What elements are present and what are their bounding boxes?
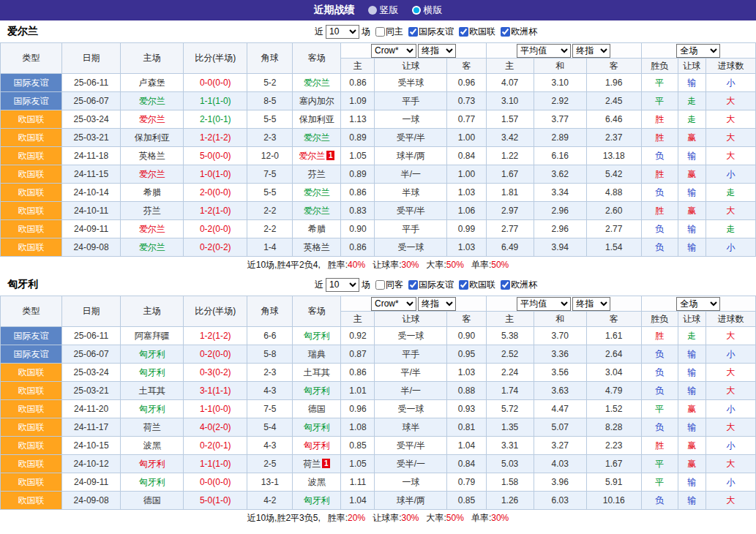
away-team-link[interactable]: 爱尔兰 — [293, 184, 341, 202]
handicap-stage-select[interactable]: 终指 — [418, 44, 456, 58]
home-team-link[interactable]: 爱尔兰 — [121, 92, 184, 110]
handicap-away-odds: 0.96 — [447, 74, 486, 92]
away-team-link[interactable]: 瑞典 — [293, 345, 341, 364]
handicap-away-odds: 0.84 — [447, 147, 486, 165]
europe-home-odds: 1.67 — [486, 165, 534, 184]
league-filter-checkbox-input[interactable] — [459, 280, 468, 290]
away-team-link[interactable]: 匈牙利 — [293, 382, 341, 400]
home-team-link[interactable]: 爱尔兰 — [121, 238, 184, 257]
venue-filter-checkbox-input[interactable] — [375, 280, 385, 290]
home-team-link[interactable]: 卢森堡 — [121, 74, 184, 92]
league-filter-checkbox-input[interactable] — [459, 27, 468, 37]
home-team-link[interactable]: 爱尔兰 — [121, 220, 184, 238]
away-team-link[interactable]: 荷兰1 — [293, 455, 341, 473]
home-team-link[interactable]: 匈牙利 — [121, 473, 184, 492]
score: 0-2(0-0) — [184, 220, 247, 238]
home-team-link[interactable]: 爱尔兰 — [121, 110, 184, 129]
home-team-link[interactable]: 希腊 — [121, 184, 184, 202]
league-filter-checkbox-input[interactable] — [408, 280, 418, 290]
away-team-link[interactable]: 匈牙利 — [293, 492, 341, 510]
league-filter-checkbox[interactable]: 欧国联 — [455, 279, 495, 291]
away-team-link[interactable]: 希腊 — [293, 220, 341, 238]
europe-stage-select[interactable]: 终指 — [572, 297, 610, 311]
league-filter-checkbox-input[interactable] — [408, 27, 418, 37]
away-team-link[interactable]: 德国 — [293, 400, 341, 418]
away-team-link[interactable]: 爱尔兰 — [293, 129, 341, 147]
europe-avg-select[interactable]: 平均值 — [517, 44, 571, 58]
bookmaker-select[interactable]: Crow* — [371, 297, 416, 311]
handicap-away-odds: 1.03 — [447, 238, 486, 257]
home-team-link[interactable]: 德国 — [121, 492, 184, 510]
red-card-badge: 1 — [322, 459, 330, 468]
home-team-link[interactable]: 阿塞拜疆 — [121, 327, 184, 345]
europe-away-odds: 2.77 — [586, 220, 641, 238]
handicap-away-odds: 0.77 — [447, 110, 486, 129]
scope-select[interactable]: 全场 — [676, 44, 720, 58]
venue-filter-checkbox[interactable]: 同客 — [372, 279, 403, 291]
home-team-link[interactable]: 波黑 — [121, 437, 184, 455]
home-team-link[interactable]: 芬兰 — [121, 202, 184, 220]
away-team-link[interactable]: 匈牙利 — [293, 418, 341, 437]
away-team-link[interactable]: 爱尔兰 — [293, 74, 341, 92]
league-filter-checkbox-input[interactable] — [501, 27, 510, 37]
match-count-select[interactable]: 10 — [326, 25, 359, 39]
home-team-link[interactable]: 匈牙利 — [121, 345, 184, 364]
home-team-link[interactable]: 匈牙利 — [121, 364, 184, 382]
home-team-link[interactable]: 爱尔兰 — [121, 165, 184, 184]
away-team-link[interactable]: 波黑 — [293, 473, 341, 492]
away-team-link[interactable]: 芬兰 — [293, 165, 341, 184]
away-team-link[interactable]: 塞内加尔 — [293, 92, 341, 110]
league-badge: 欧国联 — [1, 184, 62, 202]
europe-stage-select[interactable]: 终指 — [572, 44, 610, 58]
home-team-link[interactable]: 土耳其 — [121, 382, 184, 400]
layout-horizontal-radio[interactable]: 横版 — [412, 4, 443, 17]
layout-vertical-radio[interactable]: 竖版 — [368, 4, 399, 17]
corners: 2-5 — [247, 455, 293, 473]
league-filter-checkbox[interactable]: 国际友谊 — [405, 26, 454, 38]
venue-filter-checkbox[interactable]: 同主 — [372, 26, 403, 38]
result-wdl: 负 — [641, 184, 678, 202]
away-team-link[interactable]: 匈牙利 — [293, 437, 341, 455]
away-team-link[interactable]: 土耳其 — [293, 364, 341, 382]
bookmaker-select[interactable]: Crow* — [371, 44, 416, 58]
home-team-link[interactable]: 荷兰 — [121, 418, 184, 437]
league-filter-checkbox-input[interactable] — [501, 280, 510, 290]
result-handicap: 赢 — [678, 400, 706, 418]
home-team-link[interactable]: 英格兰 — [121, 147, 184, 165]
europe-draw-odds: 2.96 — [534, 202, 586, 220]
corners: 7-5 — [247, 400, 293, 418]
venue-filter-checkbox-input[interactable] — [375, 27, 385, 37]
scope-select[interactable]: 全场 — [676, 297, 720, 311]
away-team-link[interactable]: 爱尔兰 — [293, 202, 341, 220]
result-wdl: 平 — [641, 74, 678, 92]
match-count-select[interactable]: 10 — [326, 278, 359, 292]
away-team-link[interactable]: 匈牙利 — [293, 327, 341, 345]
handicap-line: 半/一 — [375, 382, 447, 400]
europe-draw-odds: 3.27 — [534, 437, 586, 455]
match-date: 25-06-11 — [62, 74, 121, 92]
home-team-link[interactable]: 保加利亚 — [121, 129, 184, 147]
score: 1-1(1-0) — [184, 92, 247, 110]
home-team-link[interactable]: 匈牙利 — [121, 455, 184, 473]
league-filter-checkbox[interactable]: 欧洲杯 — [497, 279, 537, 291]
team-name: 爱尔兰 — [7, 25, 38, 38]
result-handicap: 输 — [678, 473, 706, 492]
away-team-link[interactable]: 保加利亚 — [293, 110, 341, 129]
league-filter-checkbox[interactable]: 欧洲杯 — [497, 26, 537, 38]
page-title: 近期战绩 — [314, 4, 355, 17]
away-team-link[interactable]: 英格兰 — [293, 238, 341, 257]
result-handicap: 输 — [678, 492, 706, 510]
league-badge: 欧国联 — [1, 238, 62, 257]
handicap-away-odds: 1.03 — [447, 184, 486, 202]
handicap-stage-select[interactable]: 终指 — [418, 297, 456, 311]
match-date: 25-06-11 — [62, 327, 121, 345]
league-filter-checkbox-label: 国际友谊 — [419, 26, 454, 38]
league-filter-checkbox[interactable]: 欧国联 — [455, 26, 495, 38]
away-team-link[interactable]: 爱尔兰1 — [293, 147, 341, 165]
home-team-link[interactable]: 匈牙利 — [121, 400, 184, 418]
handicap-home-odds: 0.92 — [341, 327, 375, 345]
stat-value: 50% — [446, 260, 464, 270]
europe-avg-select[interactable]: 平均值 — [517, 297, 571, 311]
league-badge: 欧国联 — [1, 129, 62, 147]
league-filter-checkbox[interactable]: 国际友谊 — [405, 279, 454, 291]
